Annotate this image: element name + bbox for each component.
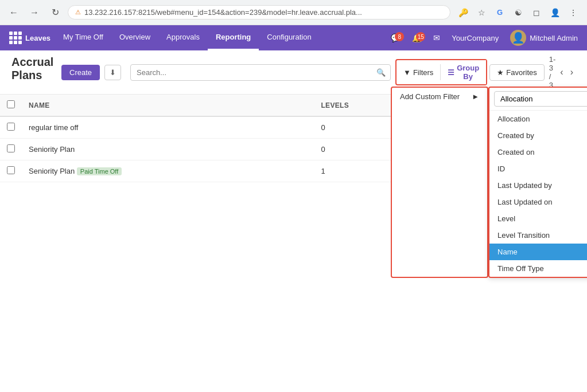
menu-icon[interactable]: ⋮ [565,5,581,21]
nav-configuration[interactable]: Configuration [259,25,319,50]
url-text: 13.232.216.157:8215/web#menu_id=154&acti… [84,8,443,17]
groupby-item-created-by[interactable]: Created by [489,127,587,144]
nav-overview[interactable]: Overview [111,25,158,50]
star-icon: ★ [497,68,504,77]
paid-time-off-tag: Paid Time Off [77,167,122,175]
filter-bar-wrapper: ▼ Filters ☰ Group By Add Custom Filter [391,59,487,85]
groupby-item-created-on[interactable]: Created on [489,144,587,160]
toolbar: Create ⬇ [61,65,121,80]
top-toolbar: Accrual Plans Create ⬇ 🔍 ▼ Filters [0,50,587,95]
groupby-item-time-off-type[interactable]: Time Off Type [489,260,587,277]
row-checkbox-1[interactable] [7,123,15,131]
page-content: Accrual Plans Create ⬇ 🔍 ▼ Filters [0,50,587,392]
extensions-icon[interactable]: ☯ [510,5,526,21]
chat-badge: 8 [395,32,404,41]
filters-button[interactable]: ▼ Filters [396,65,440,80]
grid-icon [9,32,22,44]
favorites-label: Favorites [506,68,537,77]
user-avatar-browser[interactable]: 👤 [547,5,563,21]
groupby-item-last-updated-on[interactable]: Last Updated on [489,194,587,210]
window-icon[interactable]: ◻ [528,5,545,21]
groupby-item-level-transition[interactable]: Level Transition [489,227,587,244]
row-name-2: Seniority Plan [22,139,314,160]
col-header-name: Name [22,95,314,116]
groupby-item-last-updated-by[interactable]: Last Updated by [489,177,587,194]
groupby-select-row: Allocation [489,88,587,111]
groupby-item-name[interactable]: Name [489,244,587,260]
groupby-item-allocation[interactable]: Allocation [489,111,587,127]
back-button[interactable]: ← [6,5,22,21]
chevron-right-icon: ► [472,92,479,101]
row-name-1: regular time off [22,116,314,139]
profile-key-icon[interactable]: 🔑 [455,5,471,21]
row-check-3 [0,160,22,182]
topbar-right: 💬 8 🔔 15 ✉ YourCompany 👤 Mitchell Admin [386,30,582,46]
row-checkbox-2[interactable] [7,144,15,152]
user-menu[interactable]: 👤 Mitchell Admin [506,30,582,46]
filters-arrow: ▼ [403,68,411,77]
group-by-button[interactable]: ☰ Group By [441,60,486,84]
clock-icon-btn[interactable]: ✉ [429,31,445,45]
search-icon-btn[interactable]: 🔍 [372,65,390,80]
pagination: 1-3 / 3 ‹ › [549,55,576,89]
search-bar: 🔍 [130,64,391,81]
google-icon[interactable]: G [492,5,508,21]
add-custom-filter-item[interactable]: Add Custom Filter ► [392,88,487,105]
select-all-checkbox[interactable] [7,100,15,108]
row-check-1 [0,116,22,139]
groupby-item-level[interactable]: Level [489,210,587,227]
app-logo[interactable]: Leaves [5,32,55,44]
user-avatar: 👤 [510,30,526,46]
topbar-nav: My Time Off Overview Approvals Reporting… [55,25,386,50]
refresh-button[interactable]: ↻ [47,5,63,21]
page-title: Accrual Plans [11,56,57,82]
lock-icon: ⚠ [75,9,81,16]
nav-my-time-off[interactable]: My Time Off [55,25,111,50]
create-button[interactable]: Create [61,65,100,80]
dropdown-container: Add Custom Filter ► Allocation Allocatio… [391,87,587,278]
row-name-3: Seniority Plan Paid Time Off [22,160,314,182]
user-name: Mitchell Admin [530,34,578,42]
topbar: Leaves My Time Off Overview Approvals Re… [0,25,587,50]
next-page-button[interactable]: › [568,66,576,79]
custom-filter-panel: Add Custom Filter ► [391,87,488,278]
browser-actions: 🔑 ☆ G ☯ ◻ 👤 ⋮ [455,5,581,21]
nav-approvals[interactable]: Approvals [158,25,208,50]
group-by-icon: ☰ [448,68,454,77]
groupby-select[interactable]: Allocation [494,91,587,107]
group-by-label: Group By [457,64,479,81]
row-name-3-text: Seniority Plan [29,167,75,175]
groupby-item-id[interactable]: ID [489,160,587,177]
app-title: Leaves [25,34,50,42]
prev-page-button[interactable]: ‹ [558,66,565,79]
download-button[interactable]: ⬇ [104,65,121,80]
bell-icon-btn[interactable]: 🔔 15 [407,31,426,45]
chat-icon-btn[interactable]: 💬 8 [386,31,405,45]
row-checkbox-3[interactable] [7,166,15,174]
add-custom-filter-label: Add Custom Filter [400,92,460,101]
address-bar[interactable]: ⚠ 13.232.216.157:8215/web#menu_id=154&ac… [68,5,450,19]
bell-badge: 15 [416,32,425,41]
company-name: YourCompany [447,34,503,42]
favorites-button[interactable]: ★ Favorites [489,64,544,81]
browser-chrome: ← → ↻ ⚠ 13.232.216.157:8215/web#menu_id=… [0,0,587,25]
nav-reporting[interactable]: Reporting [208,25,259,50]
col-header-check [0,95,22,116]
pagination-text: 1-3 / 3 [549,55,556,89]
filter-bar: ▼ Filters ☰ Group By [395,59,487,85]
search-input[interactable] [131,65,372,80]
forward-button[interactable]: → [26,5,42,21]
filters-label: Filters [413,68,433,77]
groupby-dropdown: Allocation Allocation Created by Created… [488,87,587,278]
row-check-2 [0,139,22,160]
bookmark-icon[interactable]: ☆ [473,5,489,21]
